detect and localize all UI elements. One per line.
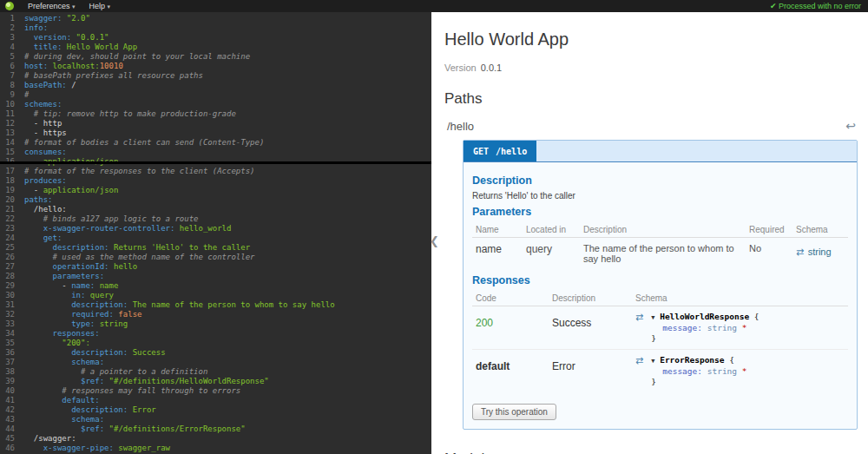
code-line[interactable]: # format of bodies a client can send (Co…	[24, 138, 431, 148]
code-line[interactable]: type: string	[24, 319, 431, 329]
top-navbar: Preferences ▾ Help ▾ ✔ Processed with no…	[0, 0, 868, 12]
operation-content: Description Returns 'Hello' to the calle…	[464, 162, 857, 429]
swagger-logo-icon	[5, 2, 14, 10]
description-text: Returns 'Hello' to the caller	[472, 191, 848, 201]
menu-preferences[interactable]: Preferences ▾	[28, 2, 76, 10]
code-line[interactable]: parameters:	[24, 272, 431, 281]
transfer-icon[interactable]: ⇄	[635, 312, 643, 323]
caret-down-icon: ▾	[108, 3, 111, 10]
try-operation-button[interactable]: Try this operation	[472, 404, 556, 420]
parameters-heading: Parameters	[472, 206, 848, 218]
code-line[interactable]: description: Success	[24, 348, 431, 358]
code-line[interactable]: - https	[24, 128, 431, 138]
required-star: *	[742, 366, 747, 376]
code-line[interactable]: - http	[24, 119, 431, 128]
code-line[interactable]: produces:	[24, 176, 431, 186]
method-badge[interactable]: GET /hello	[464, 141, 536, 161]
status-text: Processed with no error	[779, 2, 861, 10]
schema-field-type: string	[707, 366, 737, 376]
brace-open: {	[729, 355, 734, 365]
code-line[interactable]: #	[24, 90, 431, 100]
code-line[interactable]: version: "0.0.1"	[24, 33, 431, 43]
code-line[interactable]: # responses may fall through to errors	[24, 386, 431, 396]
code-line[interactable]: host: localhost:10010	[24, 62, 431, 71]
code-line[interactable]: $ref: "#/definitions/HelloWorldResponse"	[24, 377, 431, 386]
column-header: Name	[472, 222, 523, 238]
code-line[interactable]: get:	[24, 234, 431, 243]
operation-header[interactable]: GET /hello	[464, 141, 857, 162]
collapse-triangle-icon[interactable]: ▼	[651, 314, 654, 321]
code-line[interactable]: # tip: remove http to make production-gr…	[24, 109, 431, 119]
code-line[interactable]: # binds a127 app logic to a route	[24, 214, 431, 224]
menu-help[interactable]: Help ▾	[89, 2, 111, 10]
response-description: Error	[549, 350, 632, 393]
code-line[interactable]: - application/json	[24, 186, 431, 195]
caret-down-icon: ▾	[72, 3, 76, 10]
code-line[interactable]: consumes:	[24, 148, 431, 157]
code-line[interactable]: /hello:	[24, 205, 431, 214]
column-header: Required	[746, 222, 792, 238]
parameters-table: Name Located in Description Required Sch…	[472, 222, 848, 269]
check-icon: ✔	[770, 2, 777, 10]
code-line[interactable]: - name: name	[24, 281, 431, 291]
code-line[interactable]: # a pointer to a definition	[24, 367, 431, 377]
code-line[interactable]: paths:	[24, 195, 431, 205]
status-message: ✔ Processed with no error	[770, 2, 863, 10]
code-line[interactable]: # basePath prefixes all resource paths	[24, 71, 431, 81]
parameter-name: name	[472, 238, 523, 270]
schema-name: ErrorResponse	[660, 355, 724, 365]
code-line[interactable]: description: Error	[24, 405, 431, 415]
code-line[interactable]: responses:	[24, 329, 431, 339]
code-line[interactable]: # format of the responses to the client …	[24, 167, 431, 176]
responses-heading: Responses	[472, 274, 848, 286]
code-line[interactable]: required: false	[24, 310, 431, 319]
code-line[interactable]: schema:	[24, 358, 431, 367]
back-arrow-icon[interactable]: ↩	[845, 119, 856, 133]
code-line[interactable]: x-swagger-pipe: swagger_raw	[24, 444, 431, 453]
schema-name: HelloWorldResponse	[660, 312, 749, 321]
menu-label: Help	[89, 2, 106, 10]
parameter-required: No	[746, 238, 792, 270]
code-line[interactable]: basePath: /	[24, 81, 431, 90]
editor-code[interactable]: swagger: "2.0"info: version: "0.0.1" tit…	[19, 12, 431, 453]
code-line[interactable]: default:	[24, 396, 431, 405]
version-label: Version	[444, 63, 477, 73]
code-line[interactable]: description: The name of the person to w…	[24, 300, 431, 310]
code-line[interactable]: "200":	[24, 339, 431, 348]
code-line[interactable]: x-swagger-router-controller: hello_world	[24, 224, 431, 234]
responses-table: Code Description Schema 200 Success ⇄	[472, 291, 848, 392]
column-header: Description	[549, 291, 632, 306]
code-line[interactable]: in: query	[24, 291, 431, 300]
parameter-schema: ⇄ string	[792, 238, 848, 270]
code-line[interactable]: $ref: "#/definitions/ErrorResponse"	[24, 424, 431, 434]
code-line[interactable]: schemes:	[24, 100, 431, 109]
paths-heading: Paths	[444, 90, 868, 108]
code-line[interactable]: description: Returns 'Hello' to the call…	[24, 243, 431, 253]
yaml-editor[interactable]: 1234567891011121314151617181920212223242…	[0, 12, 431, 454]
column-header: Schema	[792, 222, 848, 238]
transfer-icon[interactable]: ⇄	[796, 247, 804, 257]
code-line[interactable]: operationId: hello	[24, 262, 431, 272]
code-line[interactable]: schema:	[24, 415, 431, 424]
path-link[interactable]: /hello	[447, 120, 474, 133]
collapse-triangle-icon[interactable]: ▼	[651, 358, 654, 365]
code-line[interactable]: title: Hello World App	[24, 43, 431, 52]
schema-field-type: string	[707, 323, 737, 332]
required-star: *	[742, 323, 747, 332]
code-line[interactable]: /swagger:	[24, 434, 431, 444]
code-line[interactable]: swagger: "2.0"	[24, 14, 431, 23]
transfer-icon[interactable]: ⇄	[635, 355, 643, 366]
swagger-editor-app: Preferences ▾ Help ▾ ✔ Processed with no…	[0, 0, 868, 454]
brace-close: }	[651, 377, 656, 386]
code-line[interactable]: info:	[24, 23, 431, 33]
schema-field: message:	[662, 366, 702, 376]
pane-resize-handle[interactable]: ❮	[430, 234, 439, 247]
description-heading: Description	[472, 174, 848, 187]
schema-block: ▼ HelloWorldResponse { message: string *	[651, 312, 759, 344]
code-line[interactable]: # during dev, should point to your local…	[24, 52, 431, 62]
parameter-row: name query The name of the person to who…	[472, 238, 848, 270]
response-schema: ⇄ ▼ ErrorResponse { message:	[632, 350, 848, 393]
column-header: Description	[580, 222, 746, 238]
version-line: Version0.0.1	[444, 63, 868, 73]
code-line[interactable]: # used as the method name of the control…	[24, 253, 431, 262]
